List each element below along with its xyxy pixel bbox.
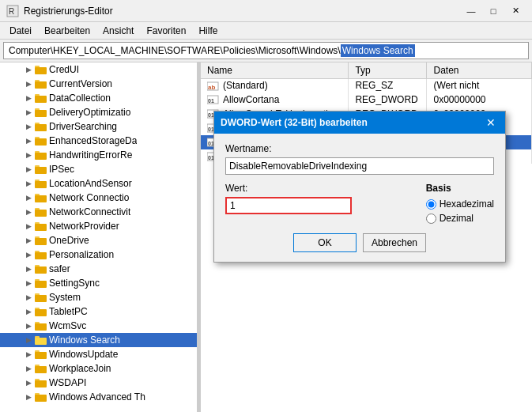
tree-expander[interactable]: ▶ <box>22 376 35 389</box>
svg-rect-29 <box>35 252 47 259</box>
tree-item[interactable]: ▶WindowsUpdate <box>0 347 197 361</box>
tree-item[interactable]: ▶NetworkConnectivit <box>0 205 197 219</box>
svg-rect-9 <box>35 110 47 117</box>
tree-expander[interactable]: ▶ <box>22 163 35 176</box>
minimize-button[interactable]: — <box>461 3 481 19</box>
tree-expander[interactable]: ▶ <box>22 120 35 133</box>
tree-label: TabletPC <box>49 306 88 317</box>
address-bar[interactable]: Computer\HKEY_LOCAL_MACHINE\SOFTWARE\Pol… <box>3 42 529 59</box>
dezimal-radio[interactable] <box>426 214 436 224</box>
svg-rect-3 <box>35 67 47 74</box>
dword-icon: 01 <box>207 94 223 105</box>
tree-expander[interactable]: ▶ <box>22 149 35 161</box>
tree-label: WorkplaceJoin <box>49 363 111 374</box>
tree-item[interactable]: ▶WcmSvc <box>0 319 197 333</box>
tree-expander[interactable]: ▶ <box>22 106 35 119</box>
folder-icon <box>35 320 47 331</box>
wertname-field: Wertname: <box>225 143 494 175</box>
tree-item[interactable]: ▶EnhancedStorageDa <box>0 134 197 148</box>
tree-item[interactable]: ▶NetworkProvider <box>0 219 197 233</box>
wert-input[interactable] <box>225 197 352 214</box>
tree-item[interactable]: ▶DeliveryOptimizatio <box>0 105 197 119</box>
cancel-button[interactable]: Abbrechen <box>363 233 426 252</box>
tree-expander[interactable]: ▶ <box>22 92 35 104</box>
tree-expander[interactable]: ▶ <box>22 77 35 90</box>
dword-dialog[interactable]: DWORD-Wert (32-Bit) bearbeiten ✕ Wertnam… <box>213 111 506 263</box>
wertname-input[interactable] <box>225 157 494 175</box>
close-button[interactable]: ✕ <box>505 3 526 19</box>
folder-icon <box>35 135 47 146</box>
tree-item[interactable]: ▶safer <box>0 262 197 276</box>
tree-expander[interactable]: ▶ <box>22 206 35 218</box>
menu-datei[interactable]: Datei <box>3 24 38 38</box>
svg-rect-49 <box>35 395 47 402</box>
cell-data: (Wert nicht <box>427 78 532 93</box>
col-type[interactable]: Typ <box>349 62 427 78</box>
tree-item[interactable]: ▶Personalization <box>0 248 197 262</box>
tree-item[interactable]: ▶WorkplaceJoin <box>0 361 197 376</box>
tree-expander[interactable]: ▶ <box>22 391 35 403</box>
dialog-close-button[interactable]: ✕ <box>483 115 499 130</box>
menu-bearbeiten[interactable]: Bearbeiten <box>38 24 96 38</box>
col-data[interactable]: Daten <box>427 62 532 78</box>
tree-item[interactable]: ▶DriverSearching <box>0 119 197 134</box>
tree-expander[interactable]: ▶ <box>22 362 35 375</box>
tree-item[interactable]: ▶System <box>0 290 197 304</box>
tree-item[interactable]: ▶Windows Search <box>0 333 197 347</box>
tree-item[interactable]: ▶HandwritingErrorRe <box>0 148 197 162</box>
folder-icon <box>35 349 47 360</box>
address-highlight: Windows Search <box>341 44 415 57</box>
menu-ansicht[interactable]: Ansicht <box>96 24 140 38</box>
folder-icon <box>35 192 47 203</box>
tree-label: DriverSearching <box>49 121 117 132</box>
folder-icon <box>35 278 47 289</box>
menu-favoriten[interactable]: Favoriten <box>140 24 192 38</box>
tree-expander[interactable]: ▶ <box>22 305 35 318</box>
tree-item[interactable]: ▶TabletPC <box>0 304 197 319</box>
tree-item[interactable]: ▶CredUI <box>0 62 197 77</box>
tree-expander[interactable]: ▶ <box>22 334 35 346</box>
hexadezimal-option[interactable]: Hexadezimal <box>426 198 494 210</box>
tree-item[interactable]: ▶CurrentVersion <box>0 77 197 91</box>
hexadezimal-radio[interactable] <box>426 199 436 210</box>
tree-expander[interactable]: ▶ <box>22 263 35 275</box>
svg-rect-19 <box>35 181 47 188</box>
tree-item[interactable]: ▶LocationAndSensor <box>0 176 197 191</box>
svg-rect-25 <box>35 224 47 231</box>
dialog-buttons: OK Abbrechen <box>225 233 494 252</box>
folder-icon <box>35 149 47 161</box>
svg-rect-47 <box>35 380 47 387</box>
tree-panel[interactable]: ▶CredUI▶CurrentVersion▶DataCollection▶De… <box>0 62 198 412</box>
tree-expander[interactable]: ▶ <box>22 248 35 261</box>
tree-expander[interactable]: ▶ <box>22 319 35 332</box>
svg-rect-17 <box>35 167 47 174</box>
app-icon: R <box>6 5 19 17</box>
menu-hilfe[interactable]: Hilfe <box>192 24 224 38</box>
tree-expander[interactable]: ▶ <box>22 277 35 289</box>
tree-item[interactable]: ▶Windows Advanced Th <box>0 390 197 404</box>
table-row[interactable]: 01AllowCortanaREG_DWORD0x00000000 <box>201 93 532 107</box>
tree-expander[interactable]: ▶ <box>22 63 35 76</box>
tree-expander[interactable]: ▶ <box>22 177 35 190</box>
tree-item[interactable]: ▶IPSec <box>0 162 197 176</box>
ok-button[interactable]: OK <box>293 233 357 252</box>
table-row[interactable]: ab(Standard)REG_SZ(Wert nicht <box>201 78 532 93</box>
tree-item[interactable]: ▶Network Connectio <box>0 191 197 205</box>
tree-item[interactable]: ▶WSDAPI <box>0 376 197 390</box>
tree-label: CurrentVersion <box>49 78 112 89</box>
tree-item[interactable]: ▶DataCollection <box>0 91 197 105</box>
svg-text:ab: ab <box>208 84 215 91</box>
tree-expander[interactable]: ▶ <box>22 291 35 304</box>
tree-expander[interactable]: ▶ <box>22 134 35 147</box>
tree-expander[interactable]: ▶ <box>22 191 35 204</box>
ab-icon: ab <box>207 80 223 91</box>
tree-expander[interactable]: ▶ <box>22 348 35 361</box>
tree-expander[interactable]: ▶ <box>22 234 35 247</box>
tree-item[interactable]: ▶SettingSync <box>0 276 197 290</box>
col-name[interactable]: Name <box>201 62 349 78</box>
tree-expander[interactable]: ▶ <box>22 220 35 232</box>
tree-item[interactable]: ▶OneDrive <box>0 233 197 248</box>
dezimal-option[interactable]: Dezimal <box>426 213 494 224</box>
svg-rect-13 <box>35 138 47 146</box>
maximize-button[interactable]: □ <box>483 3 504 19</box>
